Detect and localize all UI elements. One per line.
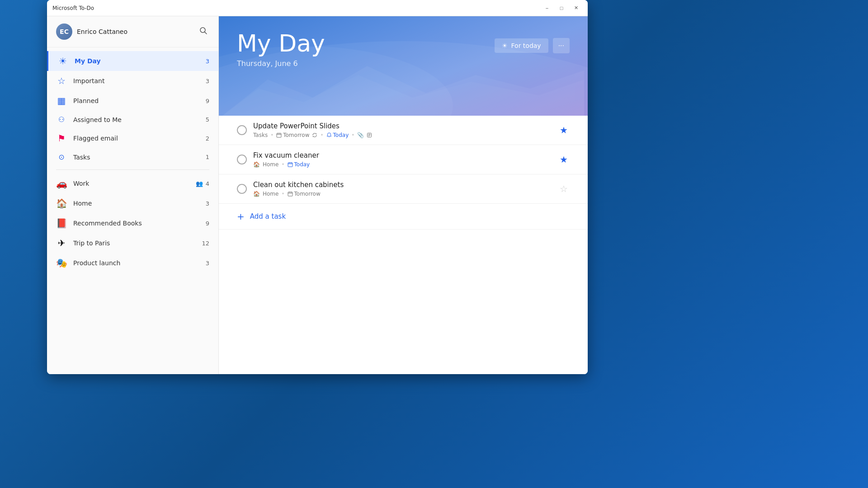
- sidebar-nav: ☀ My Day 3 ☆ Important 3 ▦ Planned 9: [47, 47, 218, 374]
- task-complete-checkbox[interactable]: [237, 125, 247, 135]
- sidebar-label-product: Product launch: [73, 259, 199, 267]
- sidebar-item-flagged[interactable]: ⚑ Flagged email 2: [47, 128, 218, 148]
- for-today-button[interactable]: ☀ For today: [495, 38, 548, 53]
- sidebar-count-books: 9: [206, 220, 209, 227]
- avatar-initials: EC: [60, 28, 69, 35]
- main-layout: EC Enrico Cattaneo ☀ My Day 3: [47, 16, 588, 374]
- note-icon: [367, 132, 372, 138]
- content-body: Update PowerPoint Slides Tasks • Tomorro…: [219, 116, 588, 374]
- sidebar-count-my-day: 3: [206, 58, 209, 65]
- sidebar-count-paris: 12: [202, 240, 209, 247]
- bell-icon: [326, 132, 332, 138]
- sun-icon: ☀: [57, 56, 68, 66]
- avatar: EC: [56, 23, 72, 40]
- tasks-icon: ⊙: [56, 153, 67, 161]
- search-button[interactable]: [198, 25, 209, 39]
- sidebar-label-tasks: Tasks: [73, 154, 199, 161]
- sidebar-count-flagged: 2: [206, 135, 209, 142]
- books-icon: 📕: [56, 218, 67, 229]
- sidebar-item-important[interactable]: ☆ Important 3: [47, 71, 218, 91]
- sidebar-count-assigned: 5: [206, 116, 209, 123]
- svg-marker-9: [312, 136, 313, 137]
- sidebar-item-work[interactable]: 🚗 Work 👥4: [47, 174, 218, 193]
- svg-rect-15: [288, 163, 292, 167]
- task-attach-icon: 📎: [357, 132, 364, 138]
- sidebar-divider: [56, 169, 209, 170]
- recur-icon: [312, 132, 317, 138]
- calendar-icon: [276, 132, 282, 138]
- task-due: Today: [288, 161, 310, 168]
- task-meta: 🏠 Home • Tomorrow: [253, 191, 552, 197]
- task-item[interactable]: Clean out kitchen cabinets 🏠 Home • Tomo…: [219, 174, 588, 204]
- window-controls: − □ ✕: [541, 3, 582, 13]
- app-title: Microsoft To-Do: [52, 5, 94, 11]
- sidebar-label-my-day: My Day: [75, 57, 199, 65]
- task-list-name: Home: [263, 161, 278, 168]
- sidebar-item-product[interactable]: 🎭 Product launch 3: [47, 253, 218, 273]
- svg-marker-8: [316, 133, 317, 134]
- sidebar-item-books[interactable]: 📕 Recommended Books 9: [47, 213, 218, 233]
- content-area: My Day Thursday, June 6 ☀ For today ···: [219, 16, 588, 374]
- task-complete-checkbox[interactable]: [237, 155, 247, 164]
- task-note-icon: [367, 132, 372, 138]
- sidebar-item-paris[interactable]: ✈ Trip to Paris 12: [47, 233, 218, 253]
- sidebar-label-paris: Trip to Paris: [73, 239, 195, 247]
- sidebar-label-work: Work: [73, 180, 189, 187]
- maximize-button[interactable]: □: [555, 3, 568, 13]
- sidebar-item-home[interactable]: 🏠 Home 3: [47, 193, 218, 213]
- sidebar-item-planned[interactable]: ▦ Planned 9: [47, 91, 218, 111]
- svg-marker-3: [222, 75, 584, 116]
- task-star-button[interactable]: ☆: [558, 182, 570, 196]
- assigned-icon: ⚇: [56, 115, 67, 124]
- task-due: Tomorrow: [288, 191, 321, 197]
- task-list-icon: 🏠: [253, 191, 260, 197]
- more-options-button[interactable]: ···: [553, 38, 570, 53]
- sidebar-count-tasks: 1: [206, 154, 209, 160]
- sidebar-label-books: Recommended Books: [73, 220, 199, 227]
- plane-icon: ✈: [56, 238, 67, 249]
- task-star-button[interactable]: ★: [558, 123, 570, 137]
- task-complete-checkbox[interactable]: [237, 184, 247, 194]
- sidebar-item-assigned[interactable]: ⚇ Assigned to Me 5: [47, 111, 218, 128]
- task-due-icon: Tomorrow: [276, 132, 309, 138]
- add-task-label: Add a task: [250, 212, 286, 221]
- task-title: Update PowerPoint Slides: [253, 122, 552, 130]
- task-item[interactable]: Fix vacuum cleaner 🏠 Home • Today: [219, 145, 588, 174]
- task-item[interactable]: Update PowerPoint Slides Tasks • Tomorro…: [219, 116, 588, 145]
- sidebar-count-important: 3: [206, 78, 209, 84]
- task-list-icon: 🏠: [253, 161, 260, 168]
- sidebar-item-my-day[interactable]: ☀ My Day 3: [47, 51, 218, 71]
- sidebar-count-home: 3: [206, 200, 209, 207]
- sidebar-count-product: 3: [206, 260, 209, 267]
- task-content: Clean out kitchen cabinets 🏠 Home • Tomo…: [253, 181, 552, 197]
- add-task-row[interactable]: + Add a task: [219, 204, 588, 230]
- content-header: My Day Thursday, June 6 ☀ For today ···: [219, 16, 588, 116]
- sidebar-item-tasks[interactable]: ⊙ Tasks 1: [47, 148, 218, 166]
- task-content: Fix vacuum cleaner 🏠 Home • Today: [253, 151, 552, 168]
- search-icon: [199, 27, 208, 35]
- task-title: Fix vacuum cleaner: [253, 151, 552, 160]
- sidebar-count-planned: 9: [206, 98, 209, 104]
- task-list-name: Home: [263, 191, 278, 197]
- flag-icon: ⚑: [56, 133, 67, 144]
- user-profile[interactable]: EC Enrico Cattaneo: [56, 23, 127, 40]
- for-today-icon: ☀: [502, 42, 508, 49]
- svg-rect-19: [288, 192, 292, 196]
- svg-line-1: [205, 32, 207, 34]
- task-meta: Tasks • Tomorrow •: [253, 132, 552, 138]
- task-title: Clean out kitchen cabinets: [253, 181, 552, 189]
- sidebar-label-home: Home: [73, 200, 199, 207]
- sidebar-count-work: 👥4: [196, 180, 209, 187]
- sidebar-label-assigned: Assigned to Me: [73, 116, 199, 123]
- sidebar-label-flagged: Flagged email: [73, 135, 199, 142]
- recurrence-icon: [312, 132, 317, 138]
- svg-rect-4: [277, 133, 281, 137]
- task-content: Update PowerPoint Slides Tasks • Tomorro…: [253, 122, 552, 138]
- close-button[interactable]: ✕: [570, 3, 582, 13]
- page-title: My Day: [237, 31, 325, 56]
- add-task-plus-icon: +: [237, 211, 245, 222]
- home-icon: 🏠: [56, 198, 67, 209]
- minimize-button[interactable]: −: [541, 3, 553, 13]
- title-bar: Microsoft To-Do − □ ✕: [47, 0, 588, 16]
- task-star-button[interactable]: ★: [558, 152, 570, 167]
